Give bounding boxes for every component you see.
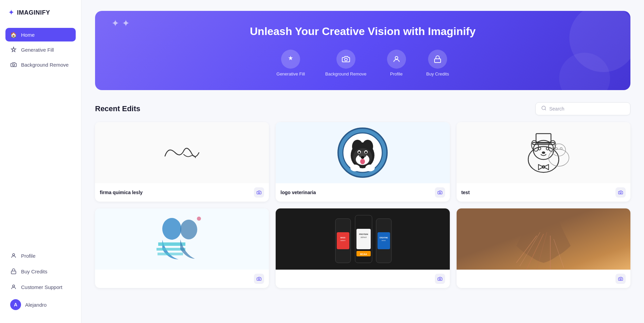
svg-text:GAINER: GAINER [341, 240, 346, 241]
svg-point-8 [258, 192, 260, 193]
sidebar-item-user[interactable]: A Alejandro [5, 296, 76, 313]
sidebar: ✦ IMAGINIFY 🏠 Home Generative Fill Backg… [0, 0, 81, 323]
card-image [457, 208, 630, 270]
app-name: IMAGINIFY [17, 9, 50, 16]
logo: ✦ IMAGINIFY [5, 8, 76, 17]
svg-point-4 [345, 58, 347, 61]
svg-point-46 [197, 217, 201, 221]
svg-point-20 [365, 151, 367, 153]
sidebar-item-buy-credits[interactable]: Buy Credits [5, 265, 76, 278]
edit-card[interactable] [95, 208, 269, 288]
sidebar-item-customer-support[interactable]: Customer Support [5, 280, 76, 294]
hero-icon-generative-fill[interactable]: Generative Fill [276, 50, 305, 76]
svg-point-22 [360, 159, 365, 164]
username-label: Alejandro [25, 302, 47, 308]
sidebar-item-label: Background Remove [21, 62, 69, 68]
sidebar-item-generative-fill[interactable]: Generative Fill [5, 43, 76, 56]
edit-card[interactable]: test [457, 122, 630, 202]
hero-generative-fill-label: Generative Fill [276, 71, 305, 76]
card-image [276, 122, 449, 183]
hero-banner: ✦ ✦ Unleash Your Creative Vision with Im… [95, 11, 630, 90]
sidebar-item-label: Generative Fill [21, 47, 54, 53]
edits-grid: firma quimica lesly [95, 122, 630, 288]
generative-fill-icon [10, 46, 17, 53]
hero-icon-buy-credits[interactable]: Buy Credits [426, 50, 449, 76]
svg-point-25 [439, 192, 441, 193]
svg-text:MASS: MASS [341, 237, 346, 239]
search-icon [541, 105, 547, 112]
hero-title: Unleash Your Creative Vision with Imagin… [111, 24, 614, 39]
section-title: Recent Edits [95, 104, 140, 113]
svg-point-19 [358, 151, 360, 153]
card-name: test [461, 190, 470, 195]
hero-icon-background-remove[interactable]: Background Remove [325, 50, 366, 76]
svg-point-40 [620, 192, 622, 193]
svg-point-5 [395, 56, 398, 59]
svg-text:100%////: 100%//// [361, 236, 367, 238]
card-image [457, 122, 630, 183]
svg-point-62 [439, 278, 441, 280]
svg-text:BCAA: BCAA [360, 253, 367, 255]
sidebar-item-profile[interactable]: Profile [5, 249, 76, 262]
profile-icon [10, 252, 17, 259]
sidebar-item-label: Customer Support [21, 284, 62, 290]
svg-point-0 [13, 64, 15, 66]
card-name: logo veterinaria [280, 190, 316, 195]
sidebar-item-label: Profile [21, 253, 36, 259]
card-action-button[interactable] [435, 274, 445, 284]
main-content: ✦ ✦ Unleash Your Creative Vision with Im… [81, 0, 644, 323]
svg-text:DRIVE: DRIVE [382, 240, 386, 241]
hero-icons: Generative Fill Background Remove Profil… [111, 50, 614, 76]
svg-rect-44 [158, 253, 183, 255]
sidebar-item-background-remove[interactable]: Background Remove [5, 58, 76, 71]
avatar: A [10, 299, 21, 310]
svg-rect-2 [11, 271, 16, 274]
card-footer [95, 270, 269, 288]
section-header: Recent Edits [95, 102, 630, 115]
svg-point-21 [361, 156, 364, 159]
home-icon: 🏠 [10, 31, 17, 38]
card-action-button[interactable] [254, 274, 264, 284]
logo-icon: ✦ [8, 8, 14, 17]
svg-rect-6 [435, 59, 441, 63]
svg-point-7 [542, 106, 546, 110]
search-input[interactable] [549, 106, 625, 112]
sidebar-item-label: Home [21, 32, 35, 38]
svg-point-47 [258, 278, 260, 280]
svg-rect-54 [356, 229, 371, 249]
hero-generative-fill-icon [281, 50, 300, 69]
edit-card[interactable] [457, 208, 630, 288]
card-image [95, 122, 269, 183]
hero-profile-label: Profile [390, 71, 403, 76]
card-action-button[interactable] [435, 187, 445, 198]
hero-camera-icon [336, 50, 355, 69]
svg-point-1 [13, 254, 15, 256]
card-action-button[interactable] [615, 274, 626, 284]
edit-card[interactable]: MASS GAINER PROTEIN 100%//// CREATINE DR… [276, 208, 449, 288]
svg-text:PROTEIN: PROTEIN [359, 233, 368, 235]
search-bar[interactable] [535, 102, 630, 115]
card-footer [457, 270, 630, 288]
sidebar-item-home[interactable]: 🏠 Home [5, 28, 76, 41]
support-icon [10, 284, 17, 290]
card-image [95, 208, 269, 270]
svg-point-45 [180, 220, 197, 239]
card-action-button[interactable] [615, 187, 626, 198]
card-name: firma quimica lesly [100, 190, 143, 195]
sidebar-item-label: Buy Credits [21, 269, 48, 274]
card-image: MASS GAINER PROTEIN 100%//// CREATINE DR… [276, 208, 449, 270]
card-footer: firma quimica lesly [95, 183, 269, 202]
hero-icon-profile[interactable]: Profile [387, 50, 406, 76]
credits-icon [10, 268, 17, 275]
edit-card[interactable]: logo veterinaria [276, 122, 449, 202]
card-footer [276, 270, 449, 288]
card-footer: test [457, 183, 630, 202]
svg-point-24 [365, 165, 375, 171]
sidebar-bottom: Profile Buy Credits Customer Support A A… [5, 249, 76, 315]
hero-credits-label: Buy Credits [426, 71, 449, 76]
edit-card[interactable]: firma quimica lesly [95, 122, 269, 202]
hero-credits-icon [428, 50, 447, 69]
card-footer: logo veterinaria [276, 183, 449, 202]
svg-point-23 [350, 165, 360, 171]
card-action-button[interactable] [254, 187, 264, 198]
